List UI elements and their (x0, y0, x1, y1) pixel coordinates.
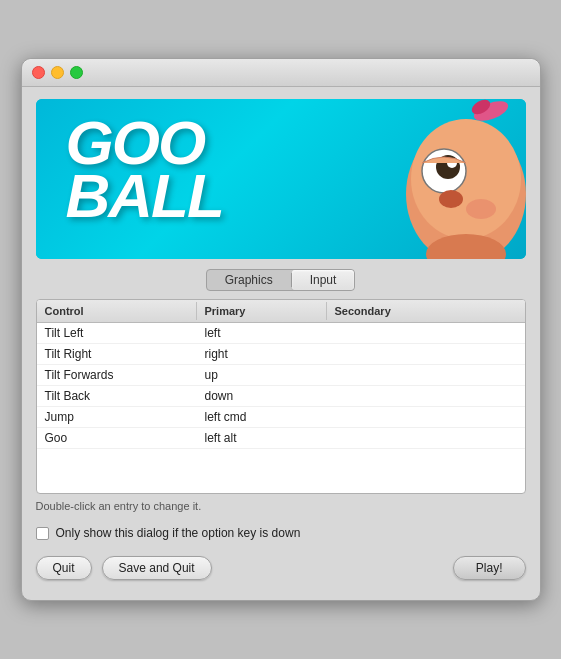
table-row[interactable]: Tilt Left left (37, 323, 525, 344)
cell-secondary-5 (327, 428, 525, 448)
table-empty-space (37, 449, 525, 493)
svg-point-8 (439, 190, 463, 208)
cell-control-4: Jump (37, 407, 197, 427)
banner: GOO BALL (36, 99, 526, 259)
cell-secondary-4 (327, 407, 525, 427)
cell-secondary-3 (327, 386, 525, 406)
checkbox-label: Only show this dialog if the option key … (56, 526, 301, 540)
game-title: GOO BALL (66, 117, 223, 222)
titlebar (22, 59, 540, 87)
table-row[interactable]: Jump left cmd (37, 407, 525, 428)
cell-primary-2: up (197, 365, 327, 385)
checkbox-row: Only show this dialog if the option key … (36, 526, 526, 540)
quit-button[interactable]: Quit (36, 556, 92, 580)
tab-group: Graphics Input (206, 269, 356, 291)
cell-secondary-1 (327, 344, 525, 364)
header-control: Control (37, 302, 197, 320)
table-scroll-area[interactable]: Tilt Left left Tilt Right right Tilt For… (37, 323, 525, 493)
table-header: Control Primary Secondary (37, 300, 525, 323)
minimize-button[interactable] (51, 66, 64, 79)
close-button[interactable] (32, 66, 45, 79)
character-art (326, 99, 526, 259)
tabs-container: Graphics Input (22, 269, 540, 291)
table-row[interactable]: Tilt Back down (37, 386, 525, 407)
character-svg (326, 99, 526, 259)
banner-background: GOO BALL (36, 99, 526, 259)
option-key-checkbox[interactable] (36, 527, 49, 540)
header-secondary: Secondary (327, 302, 525, 320)
controls-table: Control Primary Secondary Tilt Left left… (36, 299, 526, 494)
cell-control-5: Goo (37, 428, 197, 448)
main-window: GOO BALL (21, 58, 541, 601)
save-quit-button[interactable]: Save and Quit (102, 556, 212, 580)
maximize-button[interactable] (70, 66, 83, 79)
cell-secondary-0 (327, 323, 525, 343)
header-primary: Primary (197, 302, 327, 320)
cell-primary-5: left alt (197, 428, 327, 448)
table-row[interactable]: Goo left alt (37, 428, 525, 449)
cell-primary-4: left cmd (197, 407, 327, 427)
cell-control-2: Tilt Forwards (37, 365, 197, 385)
hint-text: Double-click an entry to change it. (36, 500, 526, 512)
buttons-row: Quit Save and Quit Play! (36, 556, 526, 580)
svg-point-9 (466, 199, 496, 219)
tab-input[interactable]: Input (292, 270, 355, 290)
table-row[interactable]: Tilt Right right (37, 344, 525, 365)
traffic-lights (32, 66, 83, 79)
cell-primary-1: right (197, 344, 327, 364)
cell-secondary-2 (327, 365, 525, 385)
cell-primary-3: down (197, 386, 327, 406)
cell-control-0: Tilt Left (37, 323, 197, 343)
tab-graphics[interactable]: Graphics (207, 270, 291, 290)
cell-control-1: Tilt Right (37, 344, 197, 364)
cell-primary-0: left (197, 323, 327, 343)
play-button[interactable]: Play! (453, 556, 526, 580)
cell-control-3: Tilt Back (37, 386, 197, 406)
table-row[interactable]: Tilt Forwards up (37, 365, 525, 386)
